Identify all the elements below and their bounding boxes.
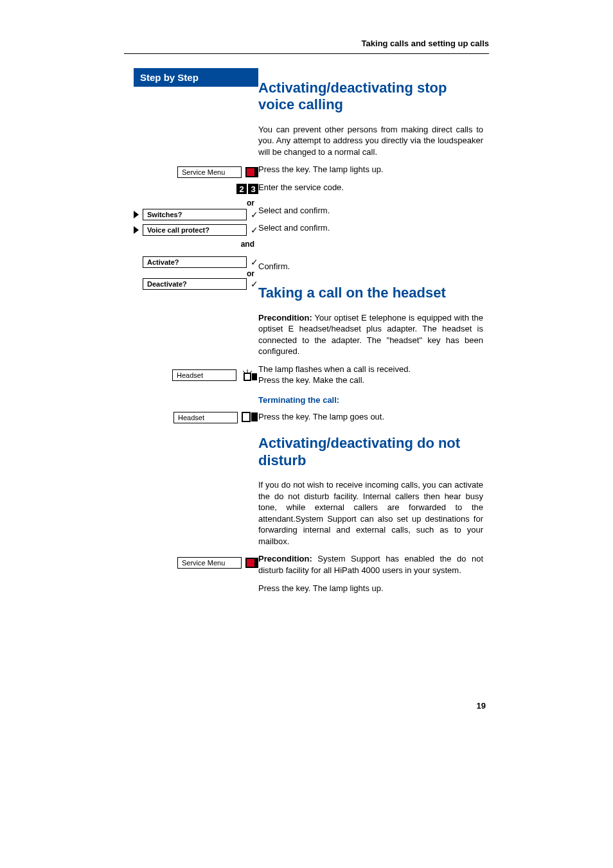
intro-para-1: You can prevent other persons from makin… xyxy=(258,124,483,158)
lamp-off-icon xyxy=(242,412,258,424)
step-text: Press the key. The lamp lights up. xyxy=(258,583,483,594)
service-menu-label: Service Menu xyxy=(177,557,242,569)
service-menu-label: Service Menu xyxy=(177,166,242,178)
check-icon: ✓ xyxy=(251,225,258,235)
precondition-para: Precondition: Your optiset E telephone i… xyxy=(258,312,483,357)
key-service-menu: Service Menu xyxy=(134,165,258,179)
step-text: Enter the service code. xyxy=(258,182,483,193)
heading-dnd: Activating/deactivating do not disturb xyxy=(258,435,483,469)
service-code-keys: 2 3 xyxy=(134,182,258,196)
running-header: Taking calls and setting up calls xyxy=(0,39,613,53)
activate-label: Activate? xyxy=(143,256,247,268)
voice-protect-label: Voice call protect? xyxy=(143,224,247,236)
check-icon: ✓ xyxy=(251,209,258,220)
heading-headset: Taking a call on the headset xyxy=(258,285,483,301)
svg-rect-5 xyxy=(242,412,250,421)
arrow-icon xyxy=(134,211,139,218)
lamp-flash-icon xyxy=(240,369,258,381)
deactivate-label: Deactivate? xyxy=(143,278,247,290)
svg-rect-3 xyxy=(244,373,251,380)
menu-switches: Switches? ✓ xyxy=(134,208,258,222)
page-number: 19 xyxy=(477,701,486,711)
menu-activate: Activate? ✓ xyxy=(134,255,258,269)
sidebar-title: Step by Step xyxy=(134,68,258,87)
key-headset-incoming: Headset xyxy=(134,368,258,382)
step-sidebar: Step by Step Service Menu 2 3 or xyxy=(0,68,258,600)
subhead-terminating: Terminating the call: xyxy=(258,395,483,405)
digit-key-3: 3 xyxy=(248,184,258,194)
heading-stop-voice-calling: Activating/deactivating stop voice calli… xyxy=(258,80,483,114)
check-icon: ✓ xyxy=(251,279,258,289)
step-text: Press the key. The lamp goes out. xyxy=(258,411,483,423)
step-text: The lamp flashes when a call is received… xyxy=(258,364,483,375)
menu-voice-call-protect: Voice call protect? ✓ xyxy=(134,223,258,237)
menu-deactivate: Deactivate? ✓ xyxy=(134,277,258,291)
arrow-icon xyxy=(134,226,139,234)
svg-rect-4 xyxy=(252,373,257,380)
precondition-label: Precondition: xyxy=(258,554,312,563)
key-service-menu-2: Service Menu xyxy=(134,556,258,570)
headset-label: Headset xyxy=(173,412,238,423)
digit-key-2: 2 xyxy=(236,184,247,194)
header-rule xyxy=(124,53,489,54)
key-headset-terminate: Headset xyxy=(134,411,258,425)
lamp-icon xyxy=(245,167,258,177)
precondition-label: Precondition: xyxy=(258,313,312,323)
connector-and: and xyxy=(134,240,258,249)
step-text: Press the key. Make the call. xyxy=(258,375,483,386)
check-icon: ✓ xyxy=(251,257,258,267)
content-column: Activating/deactivating stop voice calli… xyxy=(258,68,490,600)
svg-rect-6 xyxy=(251,412,258,421)
precondition-para-3: Precondition: System Support has enabled… xyxy=(258,553,483,576)
connector-or: or xyxy=(134,199,258,208)
switches-label: Switches? xyxy=(143,209,247,220)
lamp-icon xyxy=(245,558,258,568)
step-text: Select and confirm. xyxy=(258,222,483,234)
step-text: Confirm. xyxy=(258,261,483,272)
headset-label: Headset xyxy=(172,369,236,381)
step-text: Select and confirm. xyxy=(258,205,483,217)
step-text: Press the key. The lamp lights up. xyxy=(258,164,483,175)
intro-para-3: If you do not wish to receive incoming c… xyxy=(258,479,483,547)
